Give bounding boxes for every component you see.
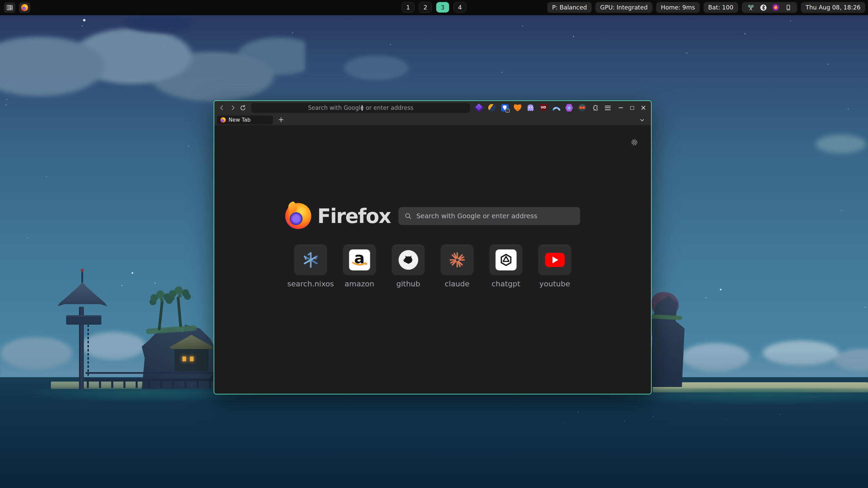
browser-toolbar: Search with Google or enter address UD xyxy=(214,101,651,115)
extension-nix-hexagon-button[interactable] xyxy=(565,104,573,112)
firefox-favicon xyxy=(220,117,226,123)
orange-navy-circle-icon xyxy=(488,104,496,111)
wallpaper-cloud xyxy=(797,122,868,166)
goggles-face-icon xyxy=(578,104,586,111)
tile-label: youtube xyxy=(539,280,570,288)
firefox-window: Search with Google or enter address UD xyxy=(214,100,652,394)
chatgpt-knot-icon xyxy=(495,249,516,270)
firefox-launcher-button[interactable] xyxy=(19,2,30,13)
shortcut-amazon[interactable]: a amazon xyxy=(343,244,376,288)
extensions-puzzle-button[interactable] xyxy=(591,104,599,112)
shortcut-claude[interactable]: claude xyxy=(441,244,474,288)
github-octocat-icon xyxy=(398,250,418,270)
maximize-icon xyxy=(630,106,634,110)
wallpaper-hut-window xyxy=(182,357,186,361)
tile-card xyxy=(490,244,522,275)
extension-ud-shield-button[interactable]: UD xyxy=(539,104,548,112)
minimize-button[interactable] xyxy=(616,103,625,112)
shortcut-github[interactable]: github xyxy=(392,244,425,288)
wallpaper-walkway-rail xyxy=(85,372,220,374)
app-menu-button[interactable] xyxy=(604,104,612,112)
workspace-button-2[interactable]: 2 xyxy=(419,2,432,13)
forward-button[interactable] xyxy=(228,103,237,112)
shortcut-search-nixos[interactable]: search.nixos xyxy=(294,244,327,288)
extension-orange-navy-button[interactable] xyxy=(488,104,496,112)
wallpaper-cloud xyxy=(315,41,437,95)
workspace-switcher: 1 2 3 4 xyxy=(402,2,467,13)
ping-status: Home: 9ms xyxy=(656,2,699,13)
wallpaper-palm-fronds xyxy=(160,298,163,302)
gear-icon xyxy=(630,138,638,146)
personalize-button[interactable] xyxy=(630,138,639,147)
tile-label: claude xyxy=(445,280,469,288)
maximize-button[interactable] xyxy=(628,103,636,112)
purple-diamond-icon xyxy=(474,103,484,113)
newtab-hero: Firefox Search with Google or enter addr… xyxy=(285,203,580,229)
hamburger-menu-icon xyxy=(605,106,611,110)
apps-grid-icon xyxy=(7,5,13,10)
tile-label: search.nixos xyxy=(287,280,334,288)
phone-icon[interactable] xyxy=(785,4,792,11)
extension-ghostery-button[interactable] xyxy=(526,104,535,112)
extension-bitwarden-button[interactable] xyxy=(500,104,509,112)
claude-starburst-icon xyxy=(448,250,467,269)
chevron-down-icon xyxy=(639,117,646,123)
gpu-status: GPU: Integrated xyxy=(595,2,652,13)
window-controls xyxy=(616,103,648,112)
extension-metamask-button[interactable] xyxy=(513,104,522,112)
clock[interactable]: Thu Aug 08, 18:26 xyxy=(801,2,865,13)
extension-toolbar: UD xyxy=(475,104,612,112)
shortcut-chatgpt[interactable]: chatgpt xyxy=(490,244,522,288)
fox-icon xyxy=(514,104,521,111)
tab-bar: New Tab + xyxy=(214,115,651,125)
tile-card: a xyxy=(343,244,376,275)
workspace-button-1[interactable]: 1 xyxy=(402,2,415,13)
text-caret xyxy=(362,105,362,111)
workspace-button-3-active[interactable]: 3 xyxy=(436,2,449,13)
tile-card xyxy=(294,244,327,275)
new-tab-page: Firefox Search with Google or enter addr… xyxy=(214,125,651,394)
app-launcher-button[interactable] xyxy=(4,2,15,13)
battery-status: Bat: 100 xyxy=(704,2,738,13)
flame-icon[interactable] xyxy=(772,4,780,11)
search-icon xyxy=(405,212,412,220)
bluetooth-icon[interactable] xyxy=(760,4,767,11)
reload-button[interactable] xyxy=(239,103,247,112)
extension-purple-diamond-button[interactable] xyxy=(475,104,483,112)
shortcut-tiles: search.nixos a amazon xyxy=(294,244,571,288)
shield-lock-icon xyxy=(501,104,509,111)
scissors-icon[interactable] xyxy=(747,4,754,11)
reload-icon xyxy=(239,104,246,111)
firefox-wordmark: Firefox xyxy=(317,205,391,228)
shortcut-youtube[interactable]: youtube xyxy=(538,244,571,288)
firefox-logo xyxy=(285,203,311,229)
tile-label: amazon xyxy=(344,280,374,288)
newtab-search-placeholder: Search with Google or enter address xyxy=(416,212,537,220)
puzzle-piece-icon xyxy=(591,104,598,111)
desktop: 1 2 3 4 P: Balanced GPU: Integrated Home… xyxy=(0,0,868,488)
new-tab-button[interactable]: + xyxy=(278,116,284,123)
chevron-left-icon xyxy=(218,104,226,111)
tile-card xyxy=(392,244,425,275)
url-bar[interactable]: Search with Google or enter address xyxy=(251,103,470,113)
minimize-icon xyxy=(619,107,623,108)
ghost-icon xyxy=(528,104,534,111)
close-button[interactable] xyxy=(639,103,648,112)
tab-new-tab[interactable]: New Tab xyxy=(217,116,273,124)
nixos-snowflake-icon xyxy=(301,251,320,269)
tile-label: github xyxy=(396,280,420,288)
top-status-bar: 1 2 3 4 P: Balanced GPU: Integrated Home… xyxy=(0,0,868,15)
blue-arc-icon xyxy=(552,105,560,110)
status-group: P: Balanced GPU: Integrated Home: 9ms Ba… xyxy=(547,2,865,13)
tile-label: chatgpt xyxy=(492,280,520,288)
all-tabs-button[interactable] xyxy=(639,117,646,123)
workspace-button-4[interactable]: 4 xyxy=(454,2,467,13)
extension-goggles-face-button[interactable] xyxy=(578,104,586,112)
back-button[interactable] xyxy=(218,103,226,112)
newtab-search-input[interactable]: Search with Google or enter address xyxy=(398,207,580,225)
url-bar-placeholder: Search with Google or enter address xyxy=(308,104,413,111)
firefox-icon xyxy=(21,4,28,11)
tile-card xyxy=(441,244,474,275)
extension-blue-arc-button[interactable] xyxy=(552,104,560,112)
chevron-right-icon xyxy=(229,104,236,111)
